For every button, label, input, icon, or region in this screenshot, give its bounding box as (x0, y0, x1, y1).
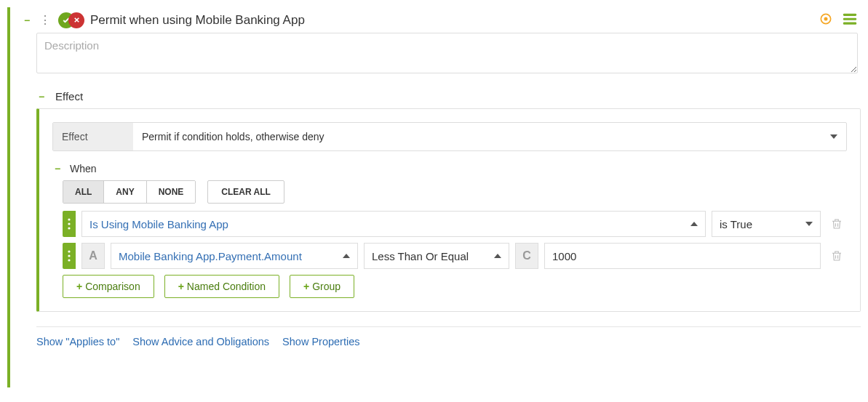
panel-accent-bar (7, 7, 10, 387)
add-named-label: Named Condition (187, 281, 266, 292)
condition-row: Is Using Mobile Banking App is True (63, 211, 847, 237)
plus-icon: + (303, 281, 309, 292)
add-group-label: Group (312, 281, 341, 292)
add-comparison-button[interactable]: + Comparison (63, 275, 154, 298)
divider (36, 326, 861, 327)
operator-value: is True (720, 218, 800, 230)
effect-section-header: − Effect (36, 90, 861, 102)
delete-condition-button[interactable] (827, 243, 847, 269)
deny-badge-icon (68, 12, 84, 28)
attribute-value: Mobile Banking App.Payment.Amount (119, 250, 337, 262)
value-input[interactable]: 1000 (544, 243, 821, 269)
effect-value: Permit if condition holds, otherwise den… (142, 131, 324, 142)
effect-field-label: Effect (53, 123, 133, 150)
clear-all-button[interactable]: CLEAR ALL (207, 180, 284, 204)
description-textarea[interactable] (36, 33, 858, 73)
show-applies-to-link[interactable]: Show "Applies to" (36, 336, 119, 347)
match-mode-segment: ALL ANY NONE (63, 180, 196, 204)
add-named-condition-button[interactable]: + Named Condition (164, 275, 279, 298)
match-any-button[interactable]: ANY (104, 181, 146, 203)
chevron-down-icon (805, 222, 813, 226)
show-properties-link[interactable]: Show Properties (282, 336, 359, 347)
left-chip: A (81, 243, 105, 269)
operator-value: Less Than Or Equal (372, 250, 488, 262)
right-chip: C (515, 243, 538, 269)
svg-rect-3 (843, 18, 856, 20)
effect-select[interactable]: Effect Permit if condition holds, otherw… (52, 122, 847, 151)
delete-condition-button[interactable] (827, 211, 847, 237)
match-none-button[interactable]: NONE (147, 181, 196, 203)
when-section-header: − When (52, 163, 847, 174)
chevron-up-icon (494, 254, 501, 258)
target-icon[interactable] (819, 12, 833, 28)
drag-handle-icon[interactable]: ⋮ (38, 15, 52, 26)
svg-point-1 (824, 17, 828, 21)
chevron-down-icon (830, 134, 837, 139)
add-group-button[interactable]: + Group (290, 275, 354, 298)
chevron-up-icon (690, 222, 698, 226)
attribute-select[interactable]: Mobile Banking App.Payment.Amount (111, 243, 358, 269)
rule-header: − ⋮ Permit when using Mobile Banking App (22, 7, 861, 33)
when-section-label: When (70, 163, 97, 174)
effect-section-label: Effect (55, 90, 83, 102)
chevron-up-icon (343, 254, 350, 258)
svg-point-8 (68, 250, 70, 252)
footer-links: Show "Applies to" Show Advice and Obliga… (36, 336, 861, 347)
svg-point-9 (68, 254, 70, 257)
svg-point-6 (68, 222, 70, 225)
condition-row: A Mobile Banking App.Payment.Amount Less… (63, 243, 847, 269)
operator-select[interactable]: Less Than Or Equal (364, 243, 509, 269)
menu-icon[interactable] (842, 12, 858, 28)
row-drag-handle[interactable] (63, 243, 76, 269)
permit-deny-icon (58, 12, 84, 28)
svg-point-10 (68, 259, 70, 261)
operator-select[interactable]: is True (712, 211, 821, 237)
svg-point-5 (68, 218, 70, 220)
match-all-button[interactable]: ALL (63, 181, 104, 203)
rule-title[interactable]: Permit when using Mobile Banking App (90, 13, 813, 28)
effect-panel: Effect Permit if condition holds, otherw… (36, 108, 861, 312)
svg-rect-4 (843, 23, 856, 25)
svg-rect-2 (843, 14, 856, 16)
attribute-value: Is Using Mobile Banking App (89, 218, 685, 230)
plus-icon: + (178, 281, 184, 292)
show-advice-link[interactable]: Show Advice and Obligations (132, 336, 269, 347)
row-drag-handle[interactable] (63, 211, 76, 237)
svg-point-7 (68, 227, 70, 229)
collapse-toggle[interactable]: − (52, 163, 63, 174)
add-comparison-label: Comparison (85, 281, 140, 292)
collapse-toggle[interactable]: − (36, 91, 47, 102)
plus-icon: + (76, 281, 82, 292)
comparison-value: 1000 (552, 250, 813, 262)
attribute-select[interactable]: Is Using Mobile Banking App (81, 211, 706, 237)
collapse-toggle[interactable]: − (22, 15, 32, 26)
